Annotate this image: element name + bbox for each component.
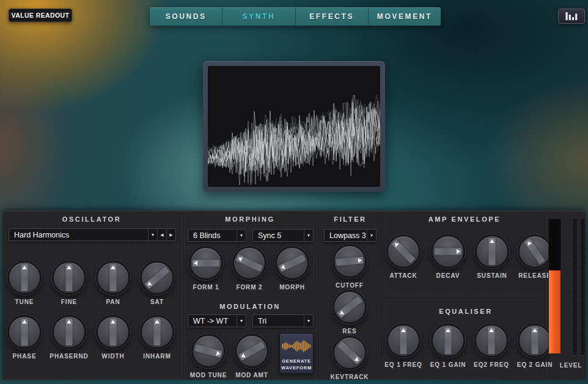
- knob-indicator: [230, 244, 269, 283]
- prev-preset-icon[interactable]: ◀: [157, 229, 166, 241]
- tab-synth[interactable]: SYNTH: [222, 7, 295, 26]
- morph-mode-value: 6 Blinds: [188, 230, 237, 241]
- knob-dial[interactable]: [96, 261, 130, 295]
- knob-morph[interactable]: MORPH: [275, 246, 309, 280]
- knob-phasernd[interactable]: PHASERND: [52, 315, 86, 349]
- knob-indicator: [389, 326, 418, 355]
- divider: [384, 297, 542, 299]
- morph-sync-value: Sync 5: [253, 230, 304, 241]
- knob-label: WIDTH: [101, 353, 124, 360]
- bar-meter-icon: [565, 12, 578, 21]
- knob-form-1[interactable]: FORM 1: [189, 246, 223, 280]
- knob-dial[interactable]: [96, 315, 130, 349]
- knob-dial[interactable]: [140, 315, 174, 349]
- knob-eq2-gain[interactable]: EQ 2 GAIN: [518, 324, 552, 358]
- knob-indicator: [54, 317, 84, 347]
- chevron-down-icon[interactable]: ▼: [367, 230, 376, 241]
- knob-dial[interactable]: [431, 234, 465, 269]
- oscillator-preset-select[interactable]: Hard Harmonics ▼ ◀ ▶: [9, 228, 176, 241]
- knob-keytrack[interactable]: KEVTRACK: [333, 336, 367, 370]
- knob-dial[interactable]: [191, 334, 226, 368]
- knob-mod-tune[interactable]: MOD TUNE: [191, 334, 226, 368]
- knob-dial[interactable]: [275, 246, 309, 280]
- knob-release[interactable]: RELEASE: [518, 234, 552, 269]
- knob-form-2[interactable]: FORM 2: [232, 246, 266, 280]
- filter-type-select[interactable]: Lowpass 3 ▼: [324, 229, 377, 242]
- divider: [318, 215, 320, 377]
- divider: [381, 215, 383, 377]
- knob-label: FORM 2: [236, 284, 262, 291]
- knob-cutoff[interactable]: CUTOFF: [333, 244, 367, 278]
- generate-waveform-button[interactable]: GENERATE WAVEFORM: [279, 333, 314, 374]
- knob-width[interactable]: WIDTH: [96, 315, 130, 349]
- knob-dial[interactable]: [52, 315, 86, 349]
- knob-dial[interactable]: [474, 324, 509, 358]
- knob-dial[interactable]: [235, 334, 269, 368]
- knob-label: SAT: [150, 299, 164, 305]
- knob-eq1-gain[interactable]: EQ 1 GAIN: [431, 324, 465, 358]
- meter-view-button[interactable]: [558, 9, 585, 24]
- knob-label: MOD AMT: [235, 372, 268, 379]
- knob-indicator: [477, 237, 507, 266]
- tab-movement[interactable]: MOVEMENT: [369, 7, 441, 26]
- knob-dial[interactable]: [475, 234, 509, 269]
- synth-plugin-window: VALUE READOUT SOUNDS SYNTH EFFECTS MOVEM…: [0, 0, 588, 384]
- knob-dial[interactable]: [333, 336, 367, 370]
- knob-label: EQ 2 GAIN: [517, 361, 553, 368]
- knob-dial[interactable]: [232, 246, 266, 280]
- knob-dial[interactable]: [52, 261, 86, 295]
- morph-sync-select[interactable]: Sync 5 ▼: [252, 229, 314, 242]
- morph-mode-select[interactable]: 6 Blinds ▼: [188, 229, 246, 242]
- knob-dial[interactable]: [333, 244, 367, 278]
- equaliser-title: EQUALISER: [392, 308, 539, 315]
- knob-indicator: [10, 263, 39, 292]
- knob-dial[interactable]: [386, 234, 421, 269]
- knob-indicator: [98, 263, 128, 292]
- knob-dial[interactable]: [189, 246, 223, 280]
- knob-dial[interactable]: [431, 324, 465, 358]
- next-preset-icon[interactable]: ▶: [166, 229, 175, 241]
- chevron-down-icon[interactable]: ▼: [148, 229, 157, 241]
- knob-fine[interactable]: FINE: [52, 261, 86, 295]
- mod-routing-select[interactable]: WT -> WT ▼: [188, 314, 246, 327]
- knob-dial[interactable]: [386, 324, 421, 358]
- knob-sustain[interactable]: SUSTAIN: [475, 234, 509, 269]
- knob-mod-amt[interactable]: MOD AMT: [235, 334, 269, 368]
- knob-dial[interactable]: [518, 324, 552, 358]
- knob-eq2-freq[interactable]: EQ2 FREQ: [474, 324, 509, 358]
- knob-label: EQ 1 FREQ: [384, 361, 422, 368]
- knob-indicator: [136, 257, 178, 299]
- knob-res[interactable]: RES: [333, 290, 367, 324]
- level-label: LEVEL: [548, 362, 588, 369]
- chevron-down-icon[interactable]: ▼: [237, 230, 246, 241]
- output-meter-left: [572, 219, 578, 354]
- knob-dial[interactable]: [7, 315, 42, 349]
- knob-eq1-freq[interactable]: EQ 1 FREQ: [386, 324, 421, 358]
- chevron-down-icon[interactable]: ▼: [304, 315, 313, 327]
- level-slider[interactable]: [548, 219, 561, 354]
- mod-shape-select[interactable]: Tri ▼: [252, 314, 314, 327]
- knob-label: RELEASE: [518, 272, 551, 279]
- chevron-down-icon[interactable]: ▼: [237, 315, 246, 327]
- knob-dial[interactable]: [518, 234, 552, 269]
- knob-indicator: [520, 326, 549, 355]
- knob-tune[interactable]: TUNE: [7, 261, 42, 295]
- knob-dial[interactable]: [140, 261, 174, 295]
- knob-label: INHARM: [143, 353, 171, 360]
- knob-sat[interactable]: SAT: [140, 261, 174, 295]
- knob-inharm[interactable]: INHARM: [140, 315, 174, 349]
- knob-phase[interactable]: PHASE: [7, 315, 42, 349]
- knob-decay[interactable]: DECAV: [431, 234, 465, 269]
- amp-envelope-title: AMP ENVELOPE: [391, 216, 538, 223]
- knob-dial[interactable]: [7, 261, 42, 295]
- knob-indicator: [10, 317, 39, 347]
- tab-sounds[interactable]: SOUNDS: [150, 7, 222, 26]
- knob-label: KEVTRACK: [331, 374, 369, 380]
- knob-dial[interactable]: [333, 290, 367, 324]
- knob-attack[interactable]: ATTACK: [386, 234, 421, 269]
- value-readout-button[interactable]: VALUE READOUT: [9, 9, 72, 22]
- knob-label: EQ2 FREQ: [474, 361, 509, 368]
- tab-effects[interactable]: EFFECTS: [296, 7, 369, 26]
- knob-pan[interactable]: PAN: [96, 261, 130, 295]
- chevron-down-icon[interactable]: ▼: [304, 230, 313, 241]
